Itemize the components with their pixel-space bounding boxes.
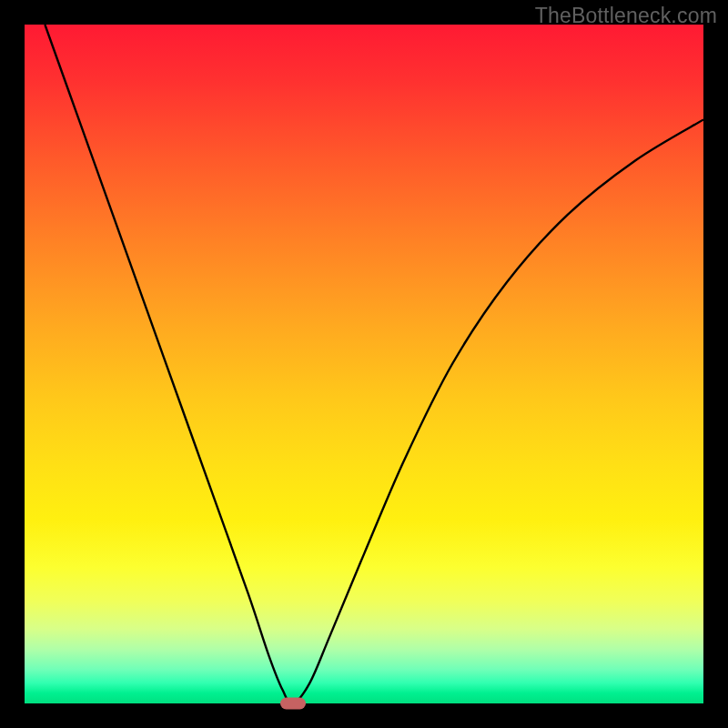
optimum-marker [280, 698, 306, 710]
watermark-text: TheBottleneck.com [535, 4, 717, 28]
bottleneck-curve [25, 25, 703, 703]
plot-area [25, 25, 703, 703]
